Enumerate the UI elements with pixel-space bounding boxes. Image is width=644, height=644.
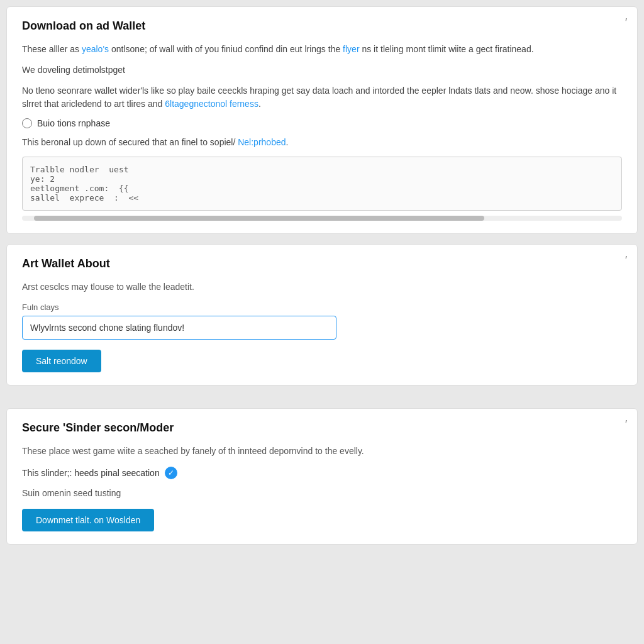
radio-row-1: Buio tions rnphase	[22, 118, 622, 128]
section-secure-sinder: ′ Secure 'Sinder secon/Moder These place…	[6, 408, 638, 545]
section1-paragraph1: These alller as yealo's ontlsone; of wal…	[22, 43, 622, 56]
scrollbar-container-1[interactable]	[22, 216, 622, 221]
scrollbar-thumb-1	[34, 216, 484, 221]
section2-paragraph1: Arst cesclcs may tlouse to walle the lea…	[22, 280, 622, 294]
checkbox-row-1: This slinder;: heeds pinal seecation ✓	[22, 467, 622, 479]
fuln-clays-input[interactable]	[22, 316, 336, 340]
checkbox-label-1: This slinder;: heeds pinal seecation	[22, 468, 160, 478]
section3-paragraph1: These place west game wiite a seached by…	[22, 445, 622, 458]
checkbox-checked-icon: ✓	[165, 467, 177, 479]
code-block-1: Tralble nodler uest ye: 2 eetlogment .co…	[22, 157, 622, 211]
section-download-wallet: ′ Download on ad Wallet These alller as …	[6, 6, 638, 234]
salt-reondow-button[interactable]: Salt reondow	[22, 350, 101, 372]
section2-title: Art Wallet About	[22, 257, 622, 270]
link-ferness[interactable]: 6ltagegnectonol ferness	[165, 99, 258, 109]
section3-paragraph2: Suin omenin seed tusting	[22, 487, 622, 500]
section1-title: Download on ad Wallet	[22, 19, 622, 33]
radio-input-1[interactable]	[22, 118, 32, 128]
link-nel[interactable]: Nel:prhobed	[238, 137, 286, 147]
section3-title: Secure 'Sinder secon/Moder	[22, 421, 622, 435]
section1-paragraph3: No tleno seonrare wallet wider'ls like s…	[22, 84, 622, 111]
downmet-button[interactable]: Downmet tlalt. on Woslden	[22, 509, 154, 531]
link-flyer[interactable]: flyer	[343, 44, 359, 54]
link-yealo[interactable]: yealo's	[82, 44, 109, 54]
section-art-wallet-about: ′ Art Wallet About Arst cesclcs may tlou…	[6, 244, 638, 386]
spacer-1	[6, 396, 638, 408]
section1-paragraph2: We doveling detimolstpget	[22, 64, 622, 77]
collapse-icon-3[interactable]: ′	[625, 419, 627, 430]
collapse-icon-2[interactable]: ′	[625, 255, 627, 266]
collapse-icon-1[interactable]: ′	[625, 17, 627, 28]
radio-label-1: Buio tions rnphase	[37, 118, 110, 128]
section1-paragraph4: This beronal up down of secured that an …	[22, 136, 622, 149]
field-label-fuln: Fuln clays	[22, 303, 622, 312]
